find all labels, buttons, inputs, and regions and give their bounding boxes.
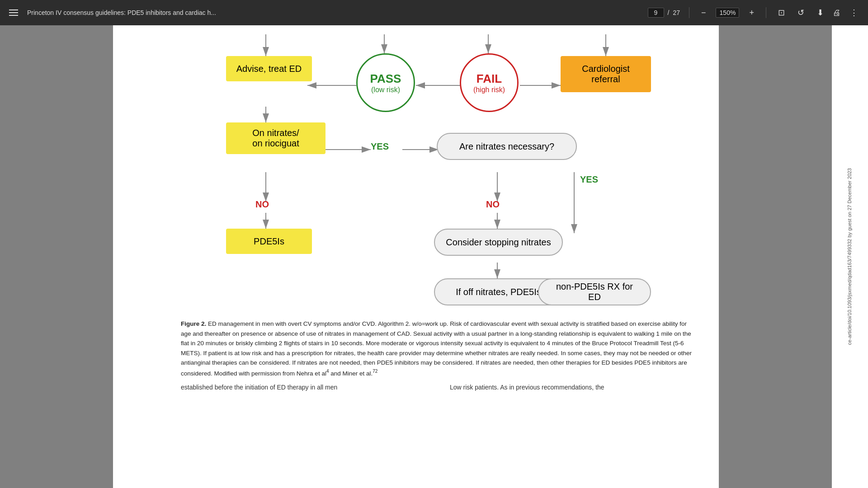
divider-2 xyxy=(766,7,766,18)
page-number-input[interactable] xyxy=(648,8,664,18)
right-sidebar: ce-article/doi/10.1093/jsxmed/qdad163/74… xyxy=(832,25,868,488)
zoom-in-button[interactable]: + xyxy=(746,6,757,19)
node-advise-treat-ed: Advise, treat ED xyxy=(226,56,312,81)
document-title: Princeton IV consensus guidelines: PDE5 … xyxy=(27,9,641,16)
flowchart: Advise, treat ED PASS (low risk) FAIL (h… xyxy=(181,34,701,314)
ref-2: 72 xyxy=(373,369,377,374)
zoom-out-button[interactable]: − xyxy=(698,6,709,19)
zoom-input[interactable] xyxy=(716,8,739,18)
page-total: 27 xyxy=(673,9,680,16)
node-pde5is: PDE5Is xyxy=(226,229,312,254)
divider-1 xyxy=(689,7,689,18)
fail-circle: FAIL (high risk) xyxy=(460,53,519,112)
figure-text-2: and Miner et al. xyxy=(329,370,373,376)
more-options-button[interactable]: ⋮ xyxy=(847,6,861,19)
node-non-pde5is: non-PDE5Is RX for ED xyxy=(538,278,651,305)
node-on-nitrates: On nitrates/ on riociguat xyxy=(226,122,326,154)
bottom-text-left: established before the initiation of ED … xyxy=(181,384,432,394)
fit-page-button[interactable]: ⊡ xyxy=(775,6,788,19)
toolbar-right-actions: ⬇ 🖨 ⋮ xyxy=(814,6,861,19)
node-pass: PASS (low risk) xyxy=(356,53,415,112)
main-area: Advise, treat ED PASS (low risk) FAIL (h… xyxy=(0,25,868,488)
page-info: / 27 xyxy=(648,8,680,18)
pass-circle: PASS (low risk) xyxy=(356,53,415,112)
toolbar: Princeton IV consensus guidelines: PDE5 … xyxy=(0,0,868,25)
no-label-2: NO xyxy=(486,199,500,210)
figure-text: ED management in men with overt CV sympt… xyxy=(181,320,692,376)
yes-label-1: YES xyxy=(371,141,389,152)
menu-button[interactable] xyxy=(7,8,20,18)
node-are-nitrates-necessary: Are nitrates necessary? xyxy=(437,133,577,160)
bottom-text: established before the initiation of ED … xyxy=(181,384,701,394)
node-consider-stopping-nitrates: Consider stopping nitrates xyxy=(434,229,563,256)
figure-label: Figure 2. xyxy=(181,320,206,327)
bottom-text-right: Low risk patients. As in previous recomm… xyxy=(450,384,701,394)
pdf-viewer: Advise, treat ED PASS (low risk) FAIL (h… xyxy=(0,25,832,488)
node-cardiologist-referral: Cardiologist referral xyxy=(561,56,651,92)
sidebar-url-text: ce-article/doi/10.1093/jsxmed/qdad163/74… xyxy=(844,164,855,349)
figure-caption: Figure 2. ED management in men with over… xyxy=(181,319,701,378)
node-fail: FAIL (high risk) xyxy=(460,53,519,112)
yes-label-2: YES xyxy=(580,174,598,185)
rotate-button[interactable]: ↺ xyxy=(795,6,807,19)
pdf-page: Advise, treat ED PASS (low risk) FAIL (h… xyxy=(113,25,719,488)
print-button[interactable]: 🖨 xyxy=(830,6,844,19)
download-button[interactable]: ⬇ xyxy=(814,6,826,19)
no-label-1: NO xyxy=(255,199,269,210)
page-separator: / xyxy=(668,9,670,16)
